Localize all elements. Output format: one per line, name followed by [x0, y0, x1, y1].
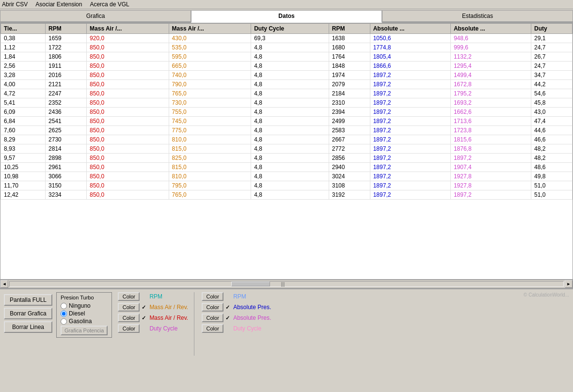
- table-cell: 850,0: [87, 117, 169, 126]
- scroll-label: |||: [281, 282, 285, 287]
- radio-gasolina-label: Gasolina: [69, 318, 92, 325]
- table-cell: 2625: [46, 126, 87, 135]
- table-cell: 815,0: [169, 163, 251, 172]
- table-cell: 48,6: [531, 163, 573, 172]
- pantalla-full-button[interactable]: Pantalla FULL: [4, 294, 52, 306]
- menubar: Abrir CSV Asociar Extension Acerca de VG…: [0, 0, 573, 9]
- menu-abrir-csv[interactable]: Abrir CSV: [2, 1, 28, 8]
- table-cell: 850,0: [87, 190, 169, 200]
- table-cell: 51,0: [531, 190, 573, 200]
- table-cell: 44,2: [531, 80, 573, 89]
- table-cell: 4,00: [1, 80, 46, 89]
- table-cell: 3108: [329, 181, 370, 190]
- tab-estadisticas[interactable]: Estadisticas: [382, 10, 573, 22]
- table-cell: 920,0: [87, 34, 169, 43]
- table-cell: 665,0: [169, 62, 251, 71]
- col-header-absolute2: Absolute ...: [450, 24, 531, 34]
- table-cell: 4,8: [251, 89, 329, 98]
- color-btn-abspres2-right[interactable]: Color: [202, 314, 223, 322]
- table-cell: 9,57: [1, 154, 46, 163]
- table-row: 6,092436850,0755,04,823941897,21662,643,…: [1, 108, 573, 117]
- color-btn-dutycycle-right[interactable]: Color: [202, 324, 223, 333]
- table-row: 8,292730850,0810,04,826671897,21815,646,…: [1, 135, 573, 144]
- col-header-massair2: Mass Air /...: [169, 24, 251, 34]
- table-cell: 4,8: [251, 117, 329, 126]
- radio-diesel[interactable]: [61, 311, 67, 317]
- table-cell: 1,12: [1, 43, 46, 52]
- table-cell: 1723,8: [450, 126, 531, 135]
- scroll-track: |||: [9, 281, 564, 287]
- table-cell: 1897,2: [370, 126, 450, 135]
- color-btn-abspres1-right[interactable]: Color: [202, 303, 223, 312]
- table-cell: 2814: [46, 144, 87, 154]
- table-cell: 24,7: [531, 43, 573, 52]
- legend-rpm-right: RPM: [233, 293, 246, 300]
- table-row: 3,282016850,0740,04,819741897,21499,434,…: [1, 71, 573, 80]
- table-cell: 2583: [329, 126, 370, 135]
- table-cell: 29,1: [531, 34, 573, 43]
- table-cell: 1897,2: [370, 71, 450, 80]
- table-cell: 1897,2: [370, 117, 450, 126]
- table-cell: 1897,2: [370, 98, 450, 108]
- table-cell: 1499,4: [450, 71, 531, 80]
- table-cell: 3,28: [1, 71, 46, 80]
- tab-datos[interactable]: Datos: [191, 10, 382, 23]
- grafica-potencia-button[interactable]: Grafica Potencia: [61, 326, 108, 335]
- bottom-panel: Pantalla FULL Borrar Grafica Borrar Line…: [0, 288, 573, 359]
- table-row: 1,841806850,0595,04,817641805,41132,226,…: [1, 52, 573, 62]
- color-row-abspres1-right: Color ✓ Absolute Pres.: [202, 303, 271, 312]
- table-cell: 850,0: [87, 181, 169, 190]
- table-cell: 48,2: [531, 144, 573, 154]
- table-cell: 1866,6: [370, 62, 450, 71]
- data-table: Tie... RPM Mass Air /... Mass Air /... D…: [0, 23, 573, 200]
- table-cell: 850,0: [87, 43, 169, 52]
- table-cell: 850,0: [87, 62, 169, 71]
- table-cell: 4,8: [251, 43, 329, 52]
- table-cell: 2016: [46, 71, 87, 80]
- radio-diesel-row: Diesel: [61, 310, 108, 317]
- table-cell: 850,0: [87, 98, 169, 108]
- radio-gasolina[interactable]: [61, 318, 67, 325]
- table-cell: 1774,8: [370, 43, 450, 52]
- table-cell: 1795,2: [450, 89, 531, 98]
- table-cell: 1806: [46, 52, 87, 62]
- table-cell: 2436: [46, 108, 87, 117]
- color-btn-dutycycle-left[interactable]: Color: [118, 324, 140, 333]
- table-row: 6,842541850,0745,04,824991897,21713,647,…: [1, 117, 573, 126]
- table-cell: 1974: [329, 71, 370, 80]
- table-cell: 2310: [329, 98, 370, 108]
- table-cell: 730,0: [169, 98, 251, 108]
- borrar-grafica-button[interactable]: Borrar Grafica: [4, 308, 52, 319]
- table-cell: 4,8: [251, 144, 329, 154]
- color-row-massair1-left: Color ✓ Mass Air / Rev.: [118, 303, 188, 312]
- tab-grafica[interactable]: Grafica: [0, 10, 191, 22]
- legend-abspres1-right: Absolute Pres.: [233, 304, 271, 311]
- borrar-linea-button[interactable]: Borrar Linea: [4, 321, 52, 333]
- table-cell: 4,8: [251, 62, 329, 71]
- scroll-left-btn[interactable]: ◄: [0, 280, 8, 288]
- check-massair1-left: ✓: [142, 304, 147, 311]
- watermark-area: © CalculationWorld...: [275, 292, 569, 299]
- color-btn-rpm-left[interactable]: Color: [118, 292, 140, 301]
- radio-ninguno[interactable]: [61, 303, 67, 309]
- scroll-right-btn[interactable]: ►: [565, 280, 573, 288]
- color-btn-massair2-left[interactable]: Color: [118, 314, 140, 322]
- scroll-thumb[interactable]: [231, 282, 270, 286]
- table-cell: 4,8: [251, 181, 329, 190]
- table-cell: 1815,6: [450, 135, 531, 144]
- table-cell: 4,8: [251, 163, 329, 172]
- table-cell: 2352: [46, 98, 87, 108]
- table-cell: 4,8: [251, 172, 329, 181]
- radio-gasolina-row: Gasolina: [61, 318, 108, 325]
- col-header-rpm1: RPM: [46, 24, 87, 34]
- table-cell: 765,0: [169, 89, 251, 98]
- color-btn-rpm-right[interactable]: Color: [202, 292, 223, 301]
- scrollbar-horizontal[interactable]: ◄ ||| ►: [0, 280, 573, 288]
- legend-abspres2-right: Absolute Pres.: [233, 314, 271, 321]
- menu-asociar[interactable]: Asociar Extension: [35, 1, 82, 8]
- col-header-dutycycle1: Duty Cycle: [251, 24, 329, 34]
- menu-acerca[interactable]: Acerca de VGL: [90, 1, 129, 8]
- table-row: 5,412352850,0730,04,823101897,21693,245,…: [1, 98, 573, 108]
- color-btn-massair1-left[interactable]: Color: [118, 303, 140, 312]
- presion-turbo-title: Presion Turbo: [61, 295, 108, 300]
